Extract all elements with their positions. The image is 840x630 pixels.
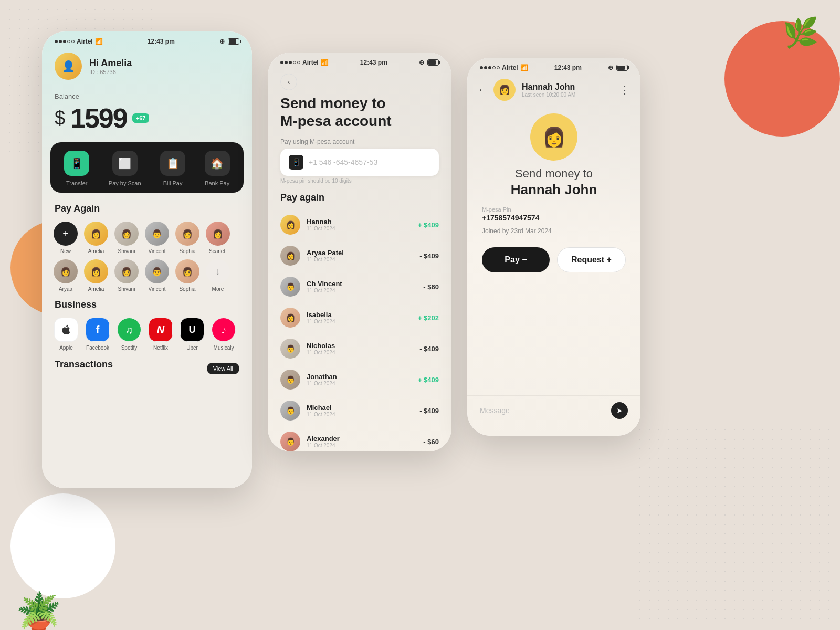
transfer-icon-wrap: 📱 — [64, 151, 89, 176]
biz-musicaly[interactable]: ♪ Musicaly — [208, 318, 239, 351]
action-bill[interactable]: 📋 Bill Pay — [160, 151, 185, 186]
pay-again-section-label: Pay again — [268, 190, 452, 209]
phone-input-wrap[interactable]: 📱 +1 546 -645-4657-53 — [280, 149, 439, 176]
action-transfer[interactable]: 📱 Transfer — [64, 151, 89, 186]
txn-aryaa[interactable]: 👩 Aryaa Patel 11 Oct 2024 - $409 — [276, 240, 443, 271]
biz-netflix[interactable]: N Netflix — [145, 318, 176, 351]
pay-person-sophia[interactable]: 👩 Sophia — [172, 222, 203, 254]
txn-date-isabella: 11 Oct 2024 — [307, 319, 412, 324]
pay-person-amelia[interactable]: 👩 Amelia — [81, 222, 111, 254]
signal-dots — [55, 40, 75, 43]
pay-person-more[interactable]: ↓ More — [203, 259, 233, 292]
business-title: Business — [42, 299, 252, 310]
back-arrow-3[interactable]: ← — [478, 85, 487, 96]
amelia-label: Amelia — [88, 248, 104, 254]
plant-top-right: 🌿 — [783, 16, 819, 50]
bg-circle-red — [724, 21, 840, 136]
avatar-vincent2-sm: 👨 — [145, 259, 169, 284]
mpesa-pin-label: M-pesa Pin — [482, 206, 626, 213]
more-options-button[interactable]: ⋮ — [620, 83, 630, 96]
greeting-text: Hi Amelia — [89, 58, 132, 69]
view-all-button[interactable]: View All — [207, 363, 239, 374]
txn-name-hannah: Hannah — [307, 218, 412, 226]
request-button[interactable]: Request + — [557, 247, 626, 272]
biz-facebook[interactable]: f Facebook — [82, 318, 113, 351]
info-section: M-pesa Pin +1758574947574 Joined by 23rd… — [467, 206, 640, 235]
header-avatar-hannah: 👩 — [494, 79, 516, 101]
avatar-amelia-sm: 👩 — [84, 222, 108, 246]
txn-date-alexander: 11 Oct 2024 — [307, 443, 417, 448]
txn-jonathan[interactable]: 👨 Jonathan 11 Oct 2024 + $409 — [276, 364, 443, 395]
pay-person-vincent[interactable]: 👨 Vincent — [142, 222, 172, 254]
wifi-icon-3: 📶 — [520, 64, 528, 71]
send-message-button[interactable]: ➤ — [611, 402, 628, 419]
header-user-info: Hannah John Last seen 10:20:00 AM — [522, 82, 613, 98]
carrier-2: Airtel — [302, 59, 319, 66]
txn-info-vincent: Ch Vincent 11 Oct 2024 — [307, 280, 417, 293]
spotify-label: Spotify — [121, 345, 138, 351]
phone-input-icon: 📱 — [289, 155, 303, 170]
bg-white-circle — [10, 494, 116, 598]
action-bank[interactable]: 🏠 Bank Pay — [205, 151, 230, 186]
pay-again-row1: + New 👩 Amelia 👩 Shivani 👨 Vincent 👩 — [42, 222, 252, 254]
txn-name-nicholas: Nicholas — [307, 342, 413, 350]
avatar-amelia2-sm: 👩 — [84, 259, 108, 284]
user-id: ID : 65736 — [89, 69, 132, 75]
pay-person-new[interactable]: + New — [50, 222, 81, 254]
avatar-more-sm: ↓ — [206, 259, 230, 284]
screen-icon: ⊕ — [219, 38, 225, 45]
avatar-shivani2-sm: 👩 — [114, 259, 139, 284]
biz-uber[interactable]: U Uber — [176, 318, 208, 351]
txn-date-vincent: 11 Oct 2024 — [307, 288, 417, 293]
txn-nicholas[interactable]: 👨 Nicholas 11 Oct 2024 - $409 — [276, 333, 443, 364]
pay-person-shivani[interactable]: 👩 Shivani — [111, 222, 142, 254]
scan-icon-wrap: ⬜ — [112, 151, 138, 176]
wifi-icon-2: 📶 — [321, 59, 329, 66]
pay-using-label: Pay using M-pesa account — [268, 132, 452, 149]
add-new-btn[interactable]: + — [54, 222, 78, 246]
pay-person-amelia2[interactable]: 👩 Amelia — [81, 259, 111, 292]
avatar-scarlett-sm: 👩 — [206, 222, 230, 246]
txn-hannah[interactable]: 👩 Hannah 11 Oct 2024 + $409 — [276, 209, 443, 240]
status-bar-1: Airtel 📶 12:43 pm ⊕ — [42, 32, 252, 48]
mpesa-pin-value: +1758574947574 — [482, 214, 626, 222]
txn-info-aryaa: Aryaa Patel 11 Oct 2024 — [307, 249, 413, 262]
phones-container: Airtel 📶 12:43 pm ⊕ 👤 Hi Amelia ID : 657… — [42, 32, 640, 488]
time-2: 12:43 pm — [360, 59, 387, 66]
pay-person-scarlett[interactable]: 👩 Scarlett — [203, 222, 233, 254]
txn-name-michael: Michael — [307, 404, 413, 412]
txn-isabella[interactable]: 👩 Isabella 11 Oct 2024 + $202 — [276, 302, 443, 333]
pay-person-aryaa[interactable]: 👩 Aryaa — [50, 259, 81, 292]
back-button-2[interactable]: ‹ — [280, 74, 297, 90]
transactions-title: Transactions — [55, 359, 113, 370]
wifi-icon: 📶 — [95, 38, 103, 45]
more-label: More — [212, 286, 224, 292]
txn-amount-nicholas: - $409 — [419, 345, 439, 353]
txn-vincent[interactable]: 👨 Ch Vincent 11 Oct 2024 - $60 — [276, 271, 443, 302]
balance-badge: +67 — [132, 113, 150, 123]
biz-apple[interactable]: Apple — [50, 318, 82, 351]
pay-again-row2: 👩 Aryaa 👩 Amelia 👩 Shivani 👨 Vincent 👩 — [42, 259, 252, 292]
spotify-logo: ♫ — [117, 318, 141, 342]
message-placeholder[interactable]: Message — [480, 406, 611, 415]
txn-info-nicholas: Nicholas 11 Oct 2024 — [307, 342, 413, 355]
txn-alexander[interactable]: 👨 Alexander 11 Oct 2024 - $60 — [276, 426, 443, 452]
pay-button[interactable]: Pay − — [482, 247, 550, 272]
pay-person-sophia2[interactable]: 👩 Sophia — [172, 259, 203, 292]
mpesa-hint: M-pesa pin should be 10 digits — [268, 176, 452, 190]
txn-michael[interactable]: 👨 Michael 11 Oct 2024 - $409 — [276, 395, 443, 426]
action-pay-scan[interactable]: ⬜ Pay by Scan — [109, 151, 141, 186]
dot5 — [71, 40, 75, 43]
message-bar: Message ➤ — [467, 395, 640, 425]
avatar-amelia[interactable]: 👤 — [55, 52, 82, 80]
netflix-label: Netflix — [153, 345, 168, 351]
pay-person-shivani2[interactable]: 👩 Shivani — [111, 259, 142, 292]
biz-spotify[interactable]: ♫ Spotify — [113, 318, 145, 351]
phone-number-field[interactable]: +1 546 -645-4657-53 — [309, 158, 430, 166]
txn-date-nicholas: 11 Oct 2024 — [307, 350, 413, 355]
battery-fill-3 — [617, 66, 625, 70]
pay-person-vincent2[interactable]: 👨 Vincent — [142, 259, 172, 292]
txn-amount-jonathan: + $409 — [418, 376, 439, 384]
txn-date-jonathan: 11 Oct 2024 — [307, 381, 412, 386]
user-info: Hi Amelia ID : 65736 — [89, 58, 132, 75]
